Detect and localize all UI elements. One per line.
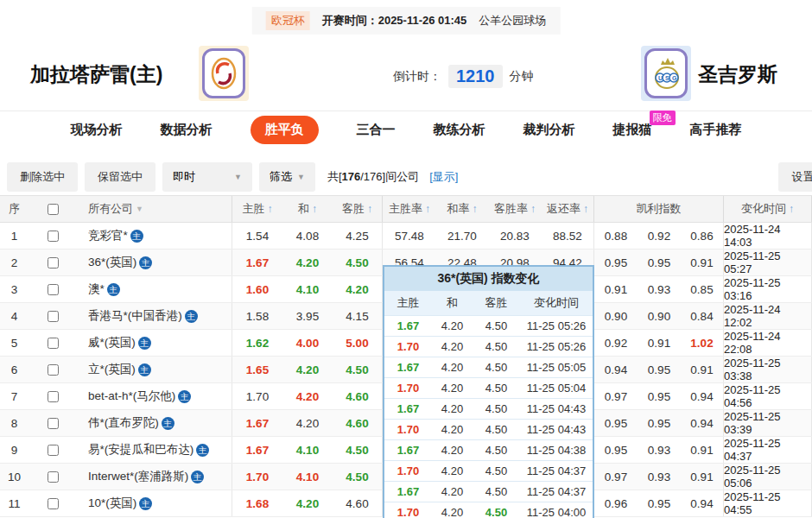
row-checkbox[interactable] <box>48 364 59 376</box>
popup-home-odds[interactable]: 1.67 <box>384 319 432 332</box>
draw-odds[interactable]: 4.20 <box>282 383 333 409</box>
draw-odds[interactable]: 4.20 <box>282 250 333 275</box>
popup-away-odds[interactable]: 4.50 <box>473 402 520 415</box>
company-name[interactable]: 36*(英国)主 <box>78 250 232 275</box>
popup-away-odds[interactable]: 4.50 <box>473 382 520 395</box>
draw-odds[interactable]: 4.20 <box>282 357 333 382</box>
popup-draw-odds[interactable]: 4.20 <box>432 485 473 498</box>
tab-expert-picks[interactable]: 高手推荐 <box>690 122 742 138</box>
popup-draw-odds[interactable]: 4.20 <box>432 402 473 415</box>
row-checkbox[interactable] <box>48 391 59 402</box>
popup-draw-odds[interactable]: 4.20 <box>432 444 473 457</box>
popup-away-odds[interactable]: 4.50 <box>473 340 520 353</box>
popup-draw-odds[interactable]: 4.20 <box>432 340 473 353</box>
away-odds[interactable]: 4.20 <box>333 276 383 302</box>
col-home-odds[interactable]: 主胜↑ <box>232 196 282 222</box>
tab-data-analysis[interactable]: 数据分析 <box>161 122 213 138</box>
popup-away-odds[interactable]: 4.50 <box>473 423 520 436</box>
away-odds[interactable]: 4.60 <box>333 383 383 409</box>
row-checkbox[interactable] <box>48 498 59 509</box>
company-name[interactable]: 易*(安提瓜和巴布达)主 <box>78 437 232 463</box>
popup-draw-odds[interactable]: 4.20 <box>432 464 473 477</box>
row-checkbox[interactable] <box>48 338 59 349</box>
popup-home-odds[interactable]: 1.67 <box>384 485 432 498</box>
home-odds[interactable]: 1.67 <box>232 437 282 463</box>
away-odds[interactable]: 4.50 <box>333 464 383 490</box>
draw-odds[interactable]: 4.10 <box>282 437 333 463</box>
tab-live-analysis[interactable]: 现场分析 <box>71 122 123 138</box>
delete-selected-button[interactable]: 删除选中 <box>7 162 78 192</box>
show-link[interactable]: [显示] <box>429 169 458 185</box>
row-checkbox[interactable] <box>48 445 59 456</box>
home-odds[interactable]: 1.67 <box>232 410 282 436</box>
company-name[interactable]: 10*(英国)主 <box>78 490 232 516</box>
home-odds[interactable]: 1.70 <box>232 464 282 490</box>
away-odds[interactable]: 4.60 <box>333 410 383 436</box>
home-odds[interactable]: 1.62 <box>232 330 282 356</box>
popup-draw-odds[interactable]: 4.20 <box>432 506 473 518</box>
company-name[interactable]: bet-at-h*(马尔他)主 <box>78 383 232 409</box>
col-draw-odds[interactable]: 和↑ <box>282 196 333 222</box>
popup-away-odds[interactable]: 4.50 <box>473 464 520 477</box>
tab-coach-analysis[interactable]: 教练分析 <box>434 122 485 138</box>
popup-home-odds[interactable]: 1.67 <box>384 402 432 415</box>
popup-draw-odds[interactable]: 4.20 <box>432 423 473 436</box>
tab-win-draw-lose[interactable]: 胜平负 <box>251 116 319 144</box>
home-odds[interactable]: 1.60 <box>232 276 282 302</box>
company-name[interactable]: 立*(英国)主 <box>78 357 232 382</box>
away-odds[interactable]: 5.00 <box>333 330 383 356</box>
away-odds[interactable]: 4.25 <box>333 223 383 249</box>
row-checkbox[interactable] <box>48 471 59 483</box>
home-odds[interactable]: 1.70 <box>232 383 282 409</box>
draw-odds[interactable]: 4.10 <box>282 276 333 302</box>
draw-odds[interactable]: 4.10 <box>282 464 333 490</box>
col-draw-rate[interactable]: 和率↑ <box>436 196 488 222</box>
company-name[interactable]: 伟*(直布罗陀)主 <box>78 410 232 436</box>
col-away-rate[interactable]: 客胜率↑ <box>488 196 542 222</box>
popup-away-odds[interactable]: 4.50 <box>473 319 520 332</box>
draw-odds[interactable]: 4.08 <box>282 223 333 249</box>
row-checkbox[interactable] <box>48 418 59 429</box>
home-odds[interactable]: 1.65 <box>232 357 282 382</box>
popup-away-odds[interactable]: 4.50 <box>473 485 520 498</box>
popup-home-odds[interactable]: 1.70 <box>384 423 432 436</box>
home-odds[interactable]: 1.67 <box>232 250 282 275</box>
home-odds[interactable]: 1.54 <box>232 223 282 249</box>
row-checkbox[interactable] <box>48 231 59 242</box>
col-home-rate[interactable]: 主胜率↑ <box>383 196 436 222</box>
tab-jiebao-cat[interactable]: 捷报猫 限免 <box>613 122 652 138</box>
tab-three-in-one[interactable]: 三合一 <box>357 122 396 138</box>
popup-away-odds[interactable]: 4.50 <box>473 506 520 518</box>
mode-dropdown[interactable]: 即时 ▼ <box>162 162 252 192</box>
company-name[interactable]: 威*(英国)主 <box>78 330 232 356</box>
row-checkbox[interactable] <box>48 311 59 322</box>
popup-draw-odds[interactable]: 4.20 <box>432 319 473 332</box>
popup-home-odds[interactable]: 1.70 <box>384 340 432 353</box>
draw-odds[interactable]: 4.20 <box>282 490 333 516</box>
away-odds[interactable]: 4.60 <box>333 490 383 516</box>
popup-away-odds[interactable]: 4.50 <box>473 444 520 457</box>
col-company[interactable]: 所有公司 ▼ <box>78 196 232 222</box>
away-odds[interactable]: 4.15 <box>333 303 383 329</box>
filter-dropdown[interactable]: 筛选 ▼ <box>259 162 315 192</box>
home-odds[interactable]: 1.58 <box>232 303 282 329</box>
company-name[interactable]: 竞彩官*主 <box>78 223 232 249</box>
popup-home-odds[interactable]: 1.67 <box>384 444 432 457</box>
home-odds[interactable]: 1.68 <box>232 490 282 516</box>
settings-button[interactable]: 设置/选 <box>778 162 812 192</box>
company-name[interactable]: 香港马*(中国香港)主 <box>78 303 232 329</box>
popup-away-odds[interactable]: 4.50 <box>473 361 520 374</box>
popup-home-odds[interactable]: 1.70 <box>384 382 432 395</box>
keep-selected-button[interactable]: 保留选中 <box>85 162 155 192</box>
popup-home-odds[interactable]: 1.67 <box>384 361 432 374</box>
popup-home-odds[interactable]: 1.70 <box>384 464 432 477</box>
away-odds[interactable]: 4.50 <box>333 437 383 463</box>
popup-home-odds[interactable]: 1.70 <box>384 506 432 518</box>
row-checkbox[interactable] <box>48 284 59 295</box>
popup-draw-odds[interactable]: 4.20 <box>432 382 473 395</box>
draw-odds[interactable]: 4.00 <box>282 330 333 356</box>
select-all-checkbox[interactable] <box>48 204 59 215</box>
popup-draw-odds[interactable]: 4.20 <box>432 361 473 374</box>
col-away-odds[interactable]: 客胜↑ <box>333 196 383 222</box>
draw-odds[interactable]: 4.20 <box>282 410 333 436</box>
